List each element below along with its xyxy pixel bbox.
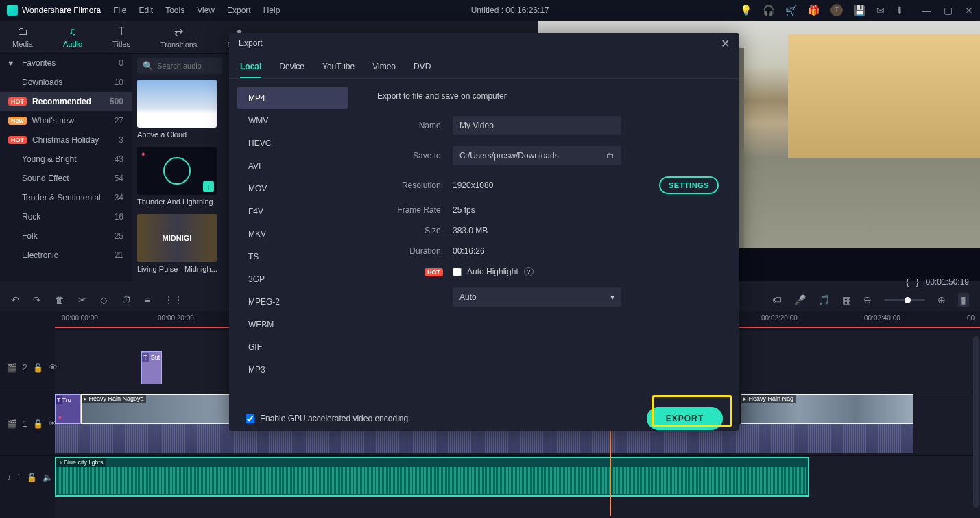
- video-clip-2[interactable]: ▸ Heavy Rain Nag: [741, 394, 913, 424]
- saveto-path[interactable]: C:/Users/prosw/Downloads🗀: [453, 146, 621, 165]
- lightbulb-icon[interactable]: 💡: [740, 5, 752, 16]
- zoom-in-icon[interactable]: ⊕: [937, 294, 946, 305]
- delete-icon[interactable]: 🗑: [55, 294, 64, 305]
- color-icon[interactable]: ⋮⋮: [164, 294, 183, 305]
- format-f4v[interactable]: F4V: [237, 200, 348, 222]
- format-mov[interactable]: MOV: [237, 178, 348, 200]
- format-3gp[interactable]: 3GP: [237, 268, 348, 290]
- tab-transitions[interactable]: ⇄Transitions: [160, 25, 197, 49]
- zoom-slider[interactable]: [884, 299, 925, 301]
- mic-icon[interactable]: 🎤: [794, 294, 806, 305]
- tab-media[interactable]: 🗀Media: [12, 25, 33, 48]
- menu-view[interactable]: View: [197, 5, 215, 15]
- crop-icon[interactable]: ◇: [100, 294, 108, 305]
- audio-item-living-pulse[interactable]: MIDNIGI: [137, 214, 217, 262]
- format-gif[interactable]: GIF: [237, 336, 348, 358]
- track-header-t1[interactable]: 🎬1 🔓 👁: [0, 392, 55, 456]
- save-icon[interactable]: 💾: [854, 5, 865, 16]
- cat-whatsnew[interactable]: NewWhat's new27: [0, 111, 132, 130]
- track-header-a1[interactable]: ♪1 🔓 🔈: [0, 456, 55, 499]
- tab-titles[interactable]: TTitles: [112, 25, 130, 48]
- marker-icon[interactable]: 🏷: [772, 294, 782, 305]
- gpu-check[interactable]: Enable GPU accelerated video encoding.: [246, 414, 410, 423]
- auto-select[interactable]: Auto▾: [453, 287, 621, 307]
- format-ts[interactable]: TS: [237, 246, 348, 268]
- audio-item-above-a-cloud[interactable]: [137, 80, 217, 128]
- cat-recommended[interactable]: HOTRecommended500: [0, 92, 132, 111]
- message-icon[interactable]: ✉: [876, 5, 885, 16]
- cat-young[interactable]: Young & Bright43: [0, 150, 132, 169]
- mixer-icon[interactable]: 🎵: [818, 294, 830, 305]
- menu-file[interactable]: File: [113, 5, 126, 15]
- export-tab-device[interactable]: Device: [279, 59, 304, 78]
- export-tab-vimeo[interactable]: Vimeo: [372, 59, 396, 78]
- format-mpeg2[interactable]: MPEG-2: [237, 291, 348, 313]
- gift-icon[interactable]: 🎁: [808, 5, 820, 16]
- ruler-tick: 00:02:40:00: [864, 314, 900, 322]
- cat-downloads[interactable]: Downloads10: [0, 73, 132, 92]
- auto-highlight-checkbox[interactable]: [453, 268, 462, 276]
- settings-button[interactable]: SETTINGS: [659, 176, 719, 194]
- format-webm[interactable]: WEBM: [237, 314, 348, 335]
- cat-christmas[interactable]: HOTChristmas Holiday3: [0, 130, 132, 150]
- zoom-out-icon[interactable]: ⊖: [863, 294, 872, 305]
- audio-clip[interactable]: ♪ Blue city lights: [55, 457, 809, 497]
- export-tab-dvd[interactable]: DVD: [414, 59, 431, 78]
- cat-count: 10: [115, 78, 123, 87]
- menu-help[interactable]: Help: [263, 5, 280, 15]
- cat-electronic[interactable]: Electronic21: [0, 246, 132, 265]
- download-icon[interactable]: ⬇: [896, 5, 904, 16]
- speed-icon[interactable]: ⏱: [121, 294, 131, 305]
- audio-item-thunder[interactable]: ♦↓: [137, 147, 217, 195]
- cat-rock[interactable]: Rock16: [0, 207, 132, 226]
- export-tab-youtube[interactable]: YouTube: [322, 59, 355, 78]
- lock-icon[interactable]: 🔓: [27, 473, 37, 482]
- format-mp3[interactable]: MP3: [237, 359, 348, 381]
- format-mp4[interactable]: MP4: [237, 87, 348, 109]
- cat-soundeffect[interactable]: Sound Effect54: [0, 169, 132, 188]
- menu-edit[interactable]: Edit: [139, 5, 154, 15]
- grid-icon[interactable]: ▦: [842, 294, 851, 305]
- track-header-t2[interactable]: 🎬2 🔓 👁: [0, 343, 55, 392]
- lock-icon[interactable]: 🔓: [33, 363, 43, 373]
- format-mkv[interactable]: MKV: [237, 223, 348, 245]
- cat-tender[interactable]: Tender & Sentimental34: [0, 188, 132, 207]
- cart-icon[interactable]: 🛒: [785, 5, 797, 16]
- minimize-button[interactable]: —: [922, 5, 931, 16]
- fit-icon[interactable]: ▮: [958, 293, 969, 307]
- folder-icon[interactable]: 🗀: [606, 151, 614, 161]
- close-icon[interactable]: ✕: [721, 37, 730, 50]
- cut-icon[interactable]: ✂: [78, 294, 86, 305]
- maximize-button[interactable]: ▢: [944, 5, 953, 16]
- headphones-icon[interactable]: 🎧: [763, 5, 774, 16]
- format-hevc[interactable]: HEVC: [237, 132, 348, 154]
- bracket-icon[interactable]: { }: [907, 277, 919, 287]
- sliders-icon[interactable]: ≡: [145, 294, 150, 305]
- search-input-wrapper[interactable]: 🔍: [137, 58, 222, 74]
- undo-icon[interactable]: ↶: [11, 294, 19, 305]
- transition-clip[interactable]: TTro♦: [55, 394, 81, 424]
- cat-folk[interactable]: Folk25: [0, 226, 132, 246]
- auto-highlight-check[interactable]: Auto Highlight ?: [453, 267, 534, 276]
- title-clip[interactable]: T Sut: [141, 351, 162, 384]
- lock-icon[interactable]: 🔓: [33, 419, 43, 429]
- download-icon[interactable]: ↓: [203, 181, 214, 192]
- user-avatar[interactable]: T: [830, 4, 843, 16]
- track-audio[interactable]: ♪ Blue city lights: [55, 456, 973, 499]
- format-wmv[interactable]: WMV: [237, 110, 348, 132]
- menu-tools[interactable]: Tools: [165, 5, 184, 15]
- redo-icon[interactable]: ↷: [33, 294, 41, 305]
- name-input[interactable]: [453, 116, 621, 135]
- export-tab-local[interactable]: Local: [240, 59, 261, 78]
- gpu-checkbox[interactable]: [246, 414, 254, 423]
- tab-audio[interactable]: ♫Audio: [63, 25, 82, 48]
- format-avi[interactable]: AVI: [237, 155, 348, 177]
- timeline-scrollbar[interactable]: [973, 336, 979, 508]
- speaker-icon[interactable]: 🔈: [43, 473, 53, 482]
- help-icon[interactable]: ?: [524, 267, 534, 276]
- menu-export[interactable]: Export: [227, 5, 251, 15]
- close-button[interactable]: ✕: [965, 5, 973, 16]
- export-button[interactable]: EXPORT: [647, 407, 723, 430]
- cat-count: 500: [110, 97, 123, 106]
- cat-favorites[interactable]: ♥Favorites0: [0, 54, 132, 73]
